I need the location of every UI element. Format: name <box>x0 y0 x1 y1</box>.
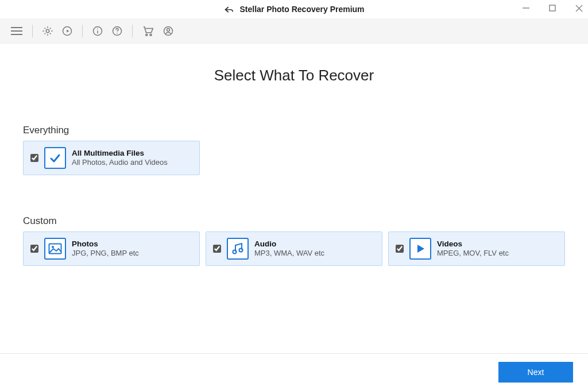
toolbar-divider <box>82 25 83 37</box>
info-icon[interactable] <box>92 25 103 37</box>
card-subtitle: MP3, WMA, WAV etc <box>254 249 324 258</box>
card-photos[interactable]: Photos JPG, PNG, BMP etc <box>23 231 200 266</box>
svg-point-22 <box>239 249 243 252</box>
footer: Next <box>0 353 588 390</box>
svg-rect-1 <box>550 5 555 11</box>
card-subtitle: JPG, PNG, BMP etc <box>72 249 139 258</box>
card-subtitle: All Photos, Audio and Videos <box>72 158 168 167</box>
undo-arrow-icon <box>223 5 234 13</box>
refresh-icon[interactable] <box>61 25 73 37</box>
photos-icon <box>44 238 66 260</box>
svg-point-15 <box>146 34 148 36</box>
section-custom-label: Custom <box>23 215 565 227</box>
svg-marker-9 <box>67 29 69 32</box>
main-content: Select What To Recover Everything All Mu… <box>0 44 588 272</box>
close-button[interactable] <box>573 2 585 14</box>
gear-icon[interactable] <box>42 25 53 37</box>
next-button[interactable]: Next <box>498 362 573 383</box>
svg-marker-23 <box>417 245 424 253</box>
window-controls <box>520 2 585 14</box>
help-icon[interactable] <box>111 25 123 37</box>
window-title: Stellar Photo Recovery Premium <box>223 5 364 14</box>
card-videos[interactable]: Videos MPEG, MOV, FLV etc <box>388 231 565 266</box>
videos-icon <box>409 238 431 260</box>
audio-icon <box>227 238 249 260</box>
svg-point-7 <box>46 29 49 32</box>
svg-point-14 <box>117 32 118 33</box>
svg-point-16 <box>150 34 152 36</box>
card-title: All Multimedia Files <box>72 149 168 158</box>
svg-point-12 <box>97 28 98 29</box>
card-subtitle: MPEG, MOV, FLV etc <box>437 249 509 258</box>
minimize-button[interactable] <box>520 2 532 14</box>
hamburger-icon[interactable] <box>10 26 23 36</box>
toolbar-divider <box>32 25 33 37</box>
custom-row: Photos JPG, PNG, BMP etc Audio MP3, WMA,… <box>23 231 565 266</box>
maximize-button[interactable] <box>547 2 558 14</box>
check-icon <box>44 147 66 169</box>
toolbar <box>0 18 588 44</box>
checkbox-all-multimedia[interactable] <box>30 154 38 162</box>
toolbar-divider <box>132 25 133 37</box>
titlebar: Stellar Photo Recovery Premium <box>0 0 588 18</box>
svg-rect-19 <box>49 244 61 254</box>
card-title: Videos <box>437 240 509 249</box>
user-icon[interactable] <box>163 25 174 37</box>
card-title: Photos <box>72 240 139 249</box>
checkbox-photos[interactable] <box>30 245 38 253</box>
section-everything-label: Everything <box>23 125 565 136</box>
checkbox-videos[interactable] <box>396 245 404 253</box>
card-title: Audio <box>254 240 324 249</box>
svg-point-20 <box>52 246 54 248</box>
page-title: Select What To Recover <box>23 67 565 84</box>
cart-icon[interactable] <box>142 25 154 37</box>
svg-point-18 <box>167 28 170 31</box>
card-audio[interactable]: Audio MP3, WMA, WAV etc <box>206 231 382 266</box>
card-all-multimedia[interactable]: All Multimedia Files All Photos, Audio a… <box>23 141 200 175</box>
svg-point-21 <box>233 250 237 254</box>
checkbox-audio[interactable] <box>213 245 221 253</box>
